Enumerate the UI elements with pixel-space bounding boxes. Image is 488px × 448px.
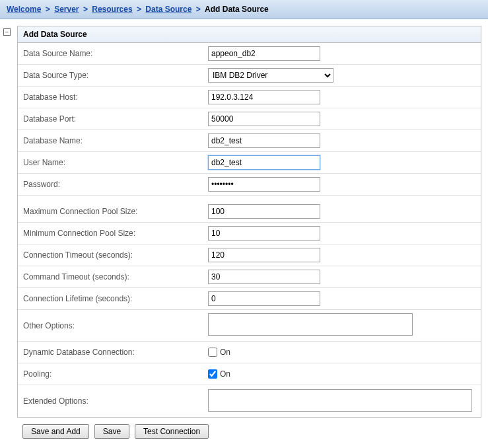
max-pool-label: Maximum Connection Pool Size: <box>23 207 208 216</box>
database-name-label: Database Name: <box>23 136 208 145</box>
cmd-timeout-input[interactable] <box>208 270 320 284</box>
dynamic-db-label: Dynamic Database Connection: <box>23 348 208 357</box>
extended-options-label: Extended Options: <box>23 396 208 406</box>
conn-lifetime-label: Connection Lifetime (seconds): <box>23 294 208 303</box>
database-name-input[interactable] <box>208 133 320 148</box>
user-name-label: User Name: <box>23 158 208 167</box>
max-pool-input[interactable] <box>208 204 320 219</box>
collapse-toggle-icon[interactable]: − <box>3 28 11 36</box>
database-host-label: Database Host: <box>23 93 208 102</box>
panel-title: Add Data Source <box>18 26 481 43</box>
dynamic-db-checkbox[interactable] <box>208 348 217 357</box>
breadcrumb-resources[interactable]: Resources <box>92 5 132 14</box>
other-options-label: Other Options: <box>23 321 208 330</box>
save-and-add-button[interactable]: Save and Add <box>22 424 89 439</box>
extended-options-textarea[interactable] <box>208 389 472 412</box>
database-host-input[interactable] <box>208 90 320 104</box>
breadcrumb: Welcome > Server > Resources > Data Sour… <box>0 0 488 19</box>
data-source-type-select[interactable]: IBM DB2 Driver <box>208 68 333 83</box>
data-source-name-label: Data Source Name: <box>23 49 208 58</box>
breadcrumb-welcome[interactable]: Welcome <box>7 5 41 14</box>
button-row: Save and Add Save Test Connection <box>17 418 481 445</box>
breadcrumb-sep: > <box>137 5 141 14</box>
breadcrumb-sep: > <box>46 5 50 14</box>
conn-lifetime-input[interactable] <box>208 291 320 306</box>
dynamic-db-checkbox-label: On <box>220 348 230 357</box>
conn-timeout-input[interactable] <box>208 248 320 262</box>
test-connection-button[interactable]: Test Connection <box>135 424 209 439</box>
min-pool-label: Minimum Connection Pool Size: <box>23 229 208 238</box>
breadcrumb-sep: > <box>83 5 88 14</box>
conn-timeout-label: Connection Timeout (seconds): <box>23 250 208 260</box>
password-label: Password: <box>23 180 208 189</box>
other-options-textarea[interactable] <box>208 313 413 336</box>
database-port-label: Database Port: <box>23 114 208 124</box>
data-source-name-input[interactable] <box>208 46 320 61</box>
breadcrumb-server[interactable]: Server <box>54 5 79 14</box>
min-pool-input[interactable] <box>208 226 320 241</box>
breadcrumb-data-source[interactable]: Data Source <box>145 5 192 14</box>
pooling-label: Pooling: <box>23 369 208 379</box>
cmd-timeout-label: Command Timeout (seconds): <box>23 272 208 281</box>
breadcrumb-current: Add Data Source <box>205 5 269 14</box>
breadcrumb-sep: > <box>196 5 201 14</box>
database-port-input[interactable] <box>208 112 320 126</box>
pooling-checkbox[interactable] <box>208 369 217 379</box>
save-button[interactable]: Save <box>94 424 129 439</box>
data-source-type-label: Data Source Type: <box>23 71 208 80</box>
pooling-checkbox-label: On <box>220 369 230 379</box>
form-panel: Add Data Source Data Source Name: Data S… <box>17 26 481 418</box>
user-name-input[interactable] <box>208 155 320 170</box>
password-input[interactable] <box>208 177 320 192</box>
